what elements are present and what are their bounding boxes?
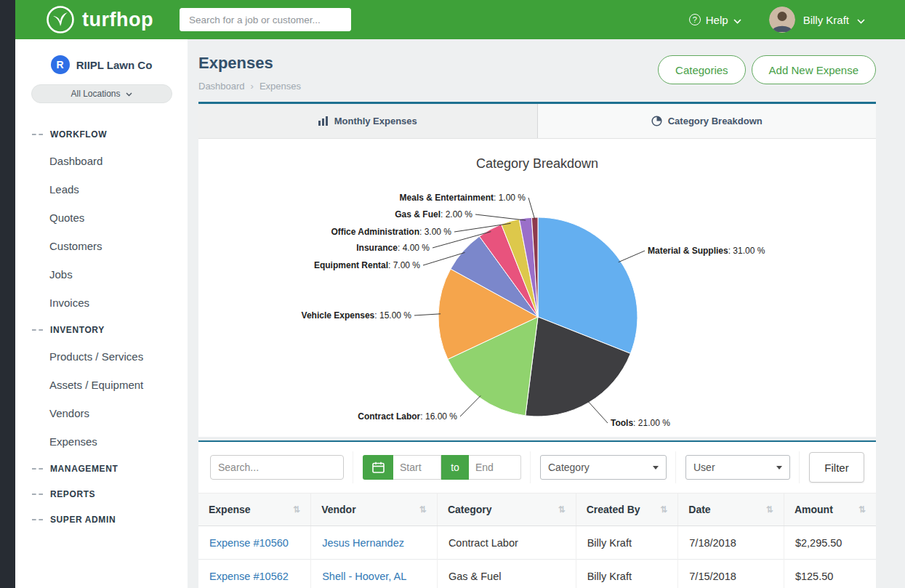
- column-header-amount[interactable]: Amount⇅: [784, 494, 876, 526]
- pie-label-line: [475, 214, 526, 220]
- sidebar-item-leads[interactable]: Leads: [15, 175, 188, 204]
- pie-label-3: Vehicle Expenses: 15.00 %: [302, 310, 412, 321]
- location-label: All Locations: [71, 89, 120, 99]
- sidebar-item-products-services[interactable]: Products / Services: [15, 342, 188, 371]
- pie-label-5: Insurance: 4.00 %: [356, 243, 430, 253]
- chart-title: Category Breakdown: [476, 156, 598, 171]
- sidebar-section-inventory[interactable]: INVENTORY: [15, 317, 188, 342]
- calendar-button[interactable]: [363, 455, 393, 480]
- category-cell: Gas & Fuel: [437, 560, 576, 588]
- pie-label-7: Gas & Fuel: 2.00 %: [395, 209, 472, 220]
- sidebar-item-quotes[interactable]: Quotes: [15, 204, 188, 232]
- bar-chart-icon: [318, 116, 329, 126]
- expenses-table-card: to Category User F: [198, 440, 876, 588]
- pie-label-8: Meals & Entertainment: 1.00 %: [400, 193, 526, 203]
- date-end-input[interactable]: [469, 455, 521, 480]
- expense-link[interactable]: Expense #10562: [209, 571, 289, 582]
- vendor-link[interactable]: Shell - Hoover, AL: [322, 571, 406, 582]
- date-start-input[interactable]: [393, 455, 441, 480]
- sidebar-section-workflow[interactable]: WORKFLOW: [15, 121, 188, 147]
- column-header-category[interactable]: Category⇅: [437, 494, 576, 526]
- pie-label-line: [587, 400, 608, 423]
- category-cell: Contract Labor: [437, 526, 576, 560]
- dashes-icon: [32, 468, 43, 470]
- sort-icon[interactable]: ⇅: [766, 504, 773, 515]
- dashes-icon: [32, 329, 43, 331]
- filter-search-cell: [210, 451, 353, 483]
- category-breakdown-pie-chart: Category Breakdown Material & Supplies: …: [198, 139, 876, 437]
- sidebar-item-customers[interactable]: Customers: [15, 232, 188, 260]
- sort-icon[interactable]: ⇅: [858, 504, 866, 515]
- app-root: turfhop ? Help Billy Kraft: [0, 0, 905, 588]
- sort-icon[interactable]: ⇅: [293, 504, 300, 515]
- sidebar-item-invoices[interactable]: Invoices: [15, 289, 188, 317]
- category-select[interactable]: Category: [540, 455, 667, 480]
- column-header-created-by[interactable]: Created By⇅: [576, 494, 678, 526]
- user-avatar: [769, 7, 795, 33]
- user-select-value: User: [693, 462, 715, 473]
- breadcrumb-separator-icon: ›: [251, 81, 254, 92]
- main-content: Expenses Dashboard › Expenses Categories…: [188, 39, 905, 588]
- topbar-right: ? Help Billy Kraft: [689, 7, 865, 33]
- sidebar-item-expenses[interactable]: Expenses: [15, 427, 188, 456]
- date-to-label: to: [441, 455, 469, 480]
- pie-label-line: [414, 314, 441, 315]
- company-header: R RIIPL Lawn Co: [15, 39, 188, 74]
- user-select[interactable]: User: [685, 455, 790, 480]
- filter-button[interactable]: Filter: [809, 452, 864, 483]
- sort-icon[interactable]: ⇅: [419, 504, 427, 515]
- brand-name: turfhop: [82, 9, 153, 31]
- section-label: SUPER ADMIN: [50, 515, 116, 525]
- section-label: MANAGEMENT: [50, 464, 118, 474]
- sidebar-section-reports[interactable]: REPORTS: [15, 481, 188, 507]
- add-new-expense-button[interactable]: Add New Expense: [752, 55, 876, 84]
- vendor-link[interactable]: Jesus Hernandez: [322, 537, 404, 549]
- chart-tabs: Monthly Expenses Category Breakdown: [198, 104, 876, 139]
- select-arrow-icon: [653, 466, 659, 470]
- sidebar-item-assets-equipment[interactable]: Assets / Equipment: [15, 371, 188, 399]
- location-selector[interactable]: All Locations: [31, 84, 172, 103]
- help-menu[interactable]: ? Help: [689, 14, 741, 26]
- sidebar-section-super-admin[interactable]: SUPER ADMIN: [15, 507, 188, 532]
- table-search-input[interactable]: [210, 455, 344, 480]
- company-logo-icon: R: [51, 55, 70, 74]
- created-by-cell: Billy Kraft: [576, 526, 678, 560]
- categories-button[interactable]: Categories: [658, 55, 746, 84]
- dashes-icon: [32, 494, 43, 495]
- column-header-expense[interactable]: Expense⇅: [198, 494, 311, 526]
- created-by-cell: Billy Kraft: [576, 560, 678, 588]
- left-edge-strip: [0, 0, 15, 588]
- amount-cell: $125.50: [784, 560, 876, 588]
- sidebar-item-dashboard[interactable]: Dashboard: [15, 147, 188, 175]
- turfhop-logo-icon: [46, 5, 75, 34]
- pie-label-0: Material & Supplies: 31.00 %: [648, 246, 765, 256]
- header-actions: Categories Add New Expense: [658, 55, 876, 84]
- breadcrumb-expenses: Expenses: [260, 81, 301, 92]
- column-header-date[interactable]: Date⇅: [678, 494, 784, 526]
- user-menu[interactable]: Billy Kraft: [769, 7, 865, 33]
- pie-label-2: Contract Labor: 16.00 %: [358, 411, 457, 422]
- expense-link[interactable]: Expense #10560: [209, 537, 289, 549]
- pie-chart-area: Category Breakdown Material & Supplies: …: [198, 139, 876, 437]
- category-select-value: Category: [548, 462, 590, 473]
- breadcrumb-dashboard[interactable]: Dashboard: [198, 81, 245, 92]
- sort-icon[interactable]: ⇅: [558, 504, 566, 515]
- dashes-icon: [32, 519, 43, 520]
- sidebar-item-jobs[interactable]: Jobs: [15, 260, 188, 289]
- sort-icon[interactable]: ⇅: [660, 504, 667, 515]
- chart-card: Monthly Expenses Category Breakdown Cate…: [198, 102, 876, 437]
- tab-category-breakdown[interactable]: Category Breakdown: [538, 104, 877, 138]
- sidebar-section-management[interactable]: MANAGEMENT: [15, 456, 188, 481]
- brand-logo[interactable]: turfhop: [46, 5, 153, 34]
- sidebar-item-vendors[interactable]: Vendors: [15, 399, 188, 427]
- tab-label: Monthly Expenses: [334, 116, 417, 126]
- global-search-input[interactable]: [180, 8, 351, 31]
- filter-button-cell: Filter: [809, 451, 873, 483]
- tab-monthly-expenses[interactable]: Monthly Expenses: [198, 104, 538, 138]
- table-row: Expense #10560 Jesus Hernandez Contract …: [198, 526, 876, 560]
- sidebar-nav: WORKFLOW Dashboard Leads Quotes Customer…: [15, 121, 188, 532]
- company-name: RIIPL Lawn Co: [76, 59, 153, 71]
- column-header-vendor[interactable]: Vendor⇅: [311, 494, 438, 526]
- section-label: INVENTORY: [50, 325, 105, 335]
- section-label: WORKFLOW: [50, 129, 107, 140]
